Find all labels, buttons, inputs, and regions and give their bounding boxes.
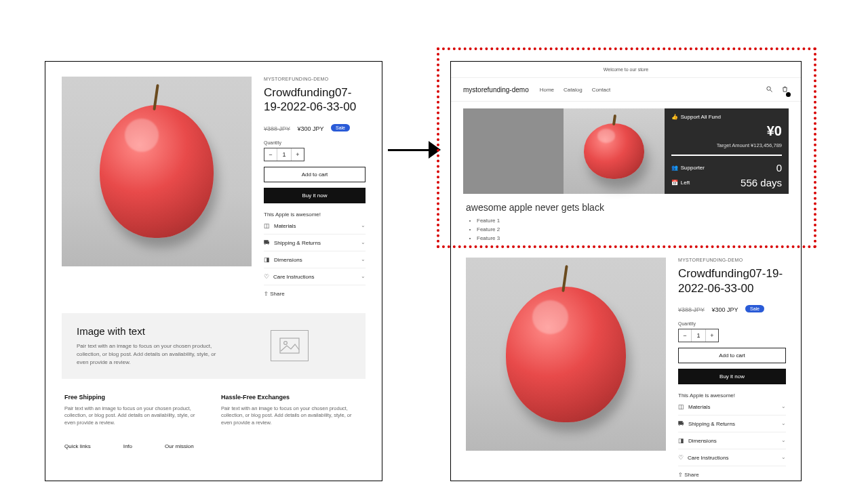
buy-now-button[interactable]: Buy it now: [264, 188, 366, 203]
product-image: [466, 258, 666, 451]
feature-title: Hassle-Free Exchanges: [221, 394, 290, 401]
truck-icon: ⛟: [264, 239, 270, 246]
old-price: ¥388 JPY: [678, 306, 705, 313]
accordion-label: Care Instructions: [688, 455, 728, 461]
image-with-text-block: Image with text Pair text with an image …: [62, 313, 366, 379]
days-left: 556 days: [741, 177, 782, 188]
heart-icon: ♡: [264, 273, 269, 280]
product-title: Crowdfunding07-19-2022-06-33-00: [678, 266, 786, 296]
product-image: [62, 77, 252, 266]
vendor-label: MYSTOREFUNDING-DEMO: [678, 258, 786, 262]
feature-title: Free Shipping: [64, 394, 105, 401]
materials-icon: ◫: [678, 403, 684, 410]
footer-link[interactable]: Info: [123, 443, 132, 449]
feature-free-shipping: Free ShippingPair text with an image to …: [64, 390, 206, 428]
qty-plus-button[interactable]: +: [706, 329, 718, 342]
accordion-label: Dimensions: [274, 257, 302, 263]
old-price: ¥388 JPY: [264, 125, 290, 132]
qty-minus-button[interactable]: −: [679, 329, 691, 342]
share-link[interactable]: ⇪ Share: [264, 291, 366, 297]
truck-icon: ⛟: [678, 420, 684, 427]
arrow-icon: [388, 141, 442, 159]
chevron-down-icon: ⌄: [361, 222, 366, 228]
footer-link[interactable]: Our mission: [165, 443, 194, 449]
list-item: Feature 3: [477, 235, 786, 243]
feature-body: Pair text with an image to focus on your…: [64, 405, 206, 428]
buy-now-button[interactable]: Buy it now: [678, 369, 786, 384]
iwt-title: Image with text: [77, 325, 216, 337]
funding-panel: 👍Support All Fund ¥0 Target Amount ¥123,…: [665, 108, 789, 194]
quantity-stepper[interactable]: − 1 +: [264, 148, 304, 161]
feature-list: Feature 1 Feature 2 Feature 3: [477, 217, 786, 243]
add-to-cart-button[interactable]: Add to cart: [264, 167, 366, 182]
announcement-bar: Welcome to our store: [451, 62, 801, 78]
materials-icon: ◫: [264, 222, 270, 229]
footer-link[interactable]: Quick links: [64, 443, 91, 449]
users-icon: 👥: [671, 165, 678, 171]
nav-contact[interactable]: Contact: [592, 87, 611, 93]
chevron-down-icon: ⌄: [361, 273, 366, 279]
search-icon[interactable]: [766, 83, 773, 96]
supporter-label: 👥Supporter: [671, 165, 705, 171]
chevron-down-icon: ⌄: [361, 256, 366, 262]
accordion-label: Materials: [688, 404, 710, 410]
hero-tagline: awesome apple never gets black: [466, 202, 786, 213]
feature-exchanges: Hassle-Free ExchangesPair text with an i…: [221, 390, 363, 428]
new-price: ¥300 JPY: [297, 125, 323, 132]
qty-plus-button[interactable]: +: [292, 148, 304, 161]
accordion-dimensions[interactable]: ◨Dimensions⌄: [678, 432, 786, 449]
before-panel: MYSTOREFUNDING-DEMO Crowdfunding07-19-20…: [45, 61, 382, 481]
fund-amount: ¥0: [767, 123, 782, 139]
product-title: Crowdfunding07-19-2022-06-33-00: [264, 85, 366, 115]
product-desc: This Apple is awesome!: [678, 392, 786, 399]
supporter-count: 0: [776, 162, 782, 174]
accordion-shipping[interactable]: ⛟Shipping & Returns⌄: [264, 235, 366, 251]
brand-name[interactable]: mystorefunding-demo: [463, 86, 529, 94]
quantity-label: Quantity: [678, 321, 786, 326]
nav-home[interactable]: Home: [540, 87, 554, 93]
thumbs-up-icon: 👍: [671, 114, 678, 120]
product-desc: This Apple is awesome!: [264, 211, 366, 218]
svg-point-2: [767, 87, 771, 90]
accordion-label: Shipping & Returns: [688, 421, 735, 427]
vendor-label: MYSTOREFUNDING-DEMO: [264, 77, 366, 81]
accordion-materials[interactable]: ◫Materials⌄: [264, 218, 366, 235]
after-panel: Welcome to our store mystorefunding-demo…: [450, 61, 802, 481]
share-label: Share: [684, 472, 698, 478]
fund-title: 👍Support All Fund: [671, 114, 721, 120]
accordion-label: Dimensions: [688, 438, 717, 444]
calendar-icon: 📅: [671, 180, 678, 186]
share-link[interactable]: ⇪ Share: [678, 472, 786, 478]
accordion-label: Care Instructions: [273, 274, 314, 280]
accordion-label: Shipping & Returns: [274, 240, 321, 246]
svg-point-1: [284, 342, 288, 345]
share-label: Share: [270, 291, 284, 297]
qty-value: 1: [691, 329, 706, 342]
fund-target: Target Amount ¥123,456,789: [717, 142, 782, 148]
accordion-dimensions[interactable]: ◨Dimensions⌄: [264, 251, 366, 268]
progress-bar: [671, 155, 782, 156]
add-to-cart-button[interactable]: Add to cart: [678, 348, 786, 363]
accordion-shipping[interactable]: ⛟Shipping & Returns⌄: [678, 415, 786, 432]
iwt-body: Pair text with an image to focus on your…: [77, 342, 216, 367]
ruler-icon: ◨: [678, 437, 684, 444]
sale-badge: Sale: [745, 305, 764, 312]
crowdfunding-hero: 👍Support All Fund ¥0 Target Amount ¥123,…: [463, 108, 789, 194]
qty-value: 1: [277, 148, 292, 161]
accordion-materials[interactable]: ◫Materials⌄: [678, 399, 786, 415]
ruler-icon: ◨: [264, 256, 270, 263]
quantity-stepper[interactable]: − 1 +: [678, 329, 719, 342]
accordion-label: Materials: [274, 223, 296, 229]
qty-minus-button[interactable]: −: [264, 148, 277, 161]
nav-catalog[interactable]: Catalog: [564, 87, 583, 93]
top-nav: mystorefunding-demo Home Catalog Contact: [451, 78, 801, 102]
heart-icon: ♡: [678, 454, 684, 461]
accordion-care[interactable]: ♡Care Instructions⌄: [678, 449, 786, 466]
cart-icon[interactable]: [781, 83, 789, 96]
feature-body: Pair text with an image to focus on your…: [221, 405, 363, 428]
left-label: 📅Left: [671, 180, 690, 186]
accordion-care[interactable]: ♡Care Instructions⌄: [264, 268, 366, 285]
hero-image-1: [463, 108, 564, 194]
chevron-down-icon: ⌄: [781, 403, 786, 409]
chevron-down-icon: ⌄: [781, 454, 786, 460]
